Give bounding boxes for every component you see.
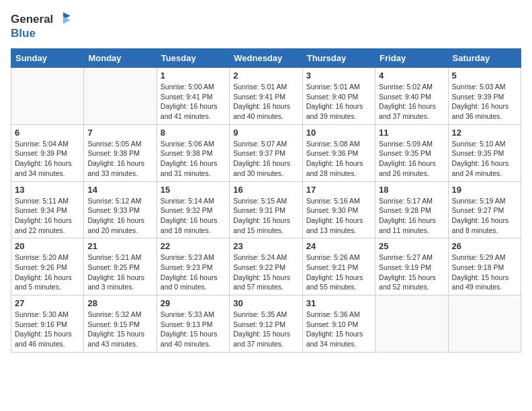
cell-sun-info: Sunrise: 5:09 AM Sunset: 9:35 PM Dayligh… <box>379 139 444 179</box>
calendar-table: SundayMondayTuesdayWednesdayThursdayFrid… <box>11 48 521 353</box>
calendar-cell <box>448 295 521 353</box>
day-number: 22 <box>161 241 226 251</box>
day-number: 21 <box>87 241 152 251</box>
day-number: 9 <box>233 128 298 138</box>
day-number: 23 <box>233 241 298 251</box>
calendar-week-row: 27Sunrise: 5:30 AM Sunset: 9:16 PM Dayli… <box>11 295 521 353</box>
cell-sun-info: Sunrise: 5:14 AM Sunset: 9:32 PM Dayligh… <box>161 196 226 236</box>
day-of-week-header: Sunday <box>11 49 84 68</box>
calendar-cell: 26Sunrise: 5:29 AM Sunset: 9:18 PM Dayli… <box>448 238 521 295</box>
calendar-cell: 28Sunrise: 5:32 AM Sunset: 9:15 PM Dayli… <box>84 295 157 353</box>
day-number: 2 <box>233 71 298 81</box>
calendar-cell: 21Sunrise: 5:21 AM Sunset: 9:25 PM Dayli… <box>84 238 157 295</box>
day-number: 8 <box>161 128 226 138</box>
calendar-cell: 14Sunrise: 5:12 AM Sunset: 9:33 PM Dayli… <box>84 181 157 238</box>
calendar-cell: 23Sunrise: 5:24 AM Sunset: 9:22 PM Dayli… <box>230 238 302 295</box>
calendar-cell: 16Sunrise: 5:15 AM Sunset: 9:31 PM Dayli… <box>230 181 302 238</box>
calendar-cell: 18Sunrise: 5:17 AM Sunset: 9:28 PM Dayli… <box>375 181 448 238</box>
calendar-cell: 17Sunrise: 5:16 AM Sunset: 9:30 PM Dayli… <box>302 181 375 238</box>
day-number: 3 <box>306 71 371 81</box>
day-number: 18 <box>379 185 444 195</box>
day-of-week-header: Monday <box>84 49 157 68</box>
calendar-cell <box>84 68 157 125</box>
calendar-cell: 8Sunrise: 5:06 AM Sunset: 9:38 PM Daylig… <box>157 124 229 181</box>
calendar-cell: 20Sunrise: 5:20 AM Sunset: 9:26 PM Dayli… <box>11 238 84 295</box>
cell-sun-info: Sunrise: 5:01 AM Sunset: 9:40 PM Dayligh… <box>306 82 371 122</box>
cell-sun-info: Sunrise: 5:21 AM Sunset: 9:25 PM Dayligh… <box>87 253 152 292</box>
cell-sun-info: Sunrise: 5:11 AM Sunset: 9:34 PM Dayligh… <box>15 196 80 236</box>
cell-sun-info: Sunrise: 5:15 AM Sunset: 9:31 PM Dayligh… <box>233 196 298 236</box>
calendar-cell: 13Sunrise: 5:11 AM Sunset: 9:34 PM Dayli… <box>11 181 84 238</box>
day-number: 13 <box>15 185 80 195</box>
cell-sun-info: Sunrise: 5:26 AM Sunset: 9:21 PM Dayligh… <box>306 253 371 292</box>
day-number: 29 <box>161 298 226 308</box>
cell-sun-info: Sunrise: 5:10 AM Sunset: 9:35 PM Dayligh… <box>452 139 517 179</box>
calendar-cell: 5Sunrise: 5:03 AM Sunset: 9:39 PM Daylig… <box>448 68 521 125</box>
day-number: 1 <box>161 71 226 81</box>
calendar-cell: 4Sunrise: 5:02 AM Sunset: 9:40 PM Daylig… <box>375 68 448 125</box>
calendar-week-row: 20Sunrise: 5:20 AM Sunset: 9:26 PM Dayli… <box>11 238 521 295</box>
cell-sun-info: Sunrise: 5:32 AM Sunset: 9:15 PM Dayligh… <box>87 310 152 349</box>
calendar-cell: 2Sunrise: 5:01 AM Sunset: 9:41 PM Daylig… <box>230 68 302 125</box>
day-number: 5 <box>452 71 517 81</box>
logo-text-general: General <box>11 13 53 26</box>
calendar-cell: 3Sunrise: 5:01 AM Sunset: 9:40 PM Daylig… <box>302 68 375 125</box>
day-number: 10 <box>306 128 371 138</box>
day-number: 16 <box>233 185 298 195</box>
calendar-week-row: 6Sunrise: 5:04 AM Sunset: 9:39 PM Daylig… <box>11 124 521 181</box>
day-number: 31 <box>306 298 371 308</box>
day-number: 26 <box>452 241 517 251</box>
day-number: 30 <box>233 298 298 308</box>
cell-sun-info: Sunrise: 5:08 AM Sunset: 9:36 PM Dayligh… <box>306 139 371 179</box>
day-of-week-header: Friday <box>375 49 448 68</box>
calendar-cell: 9Sunrise: 5:07 AM Sunset: 9:37 PM Daylig… <box>230 124 302 181</box>
svg-marker-1 <box>63 17 71 24</box>
calendar-cell: 25Sunrise: 5:27 AM Sunset: 9:19 PM Dayli… <box>375 238 448 295</box>
calendar-cell <box>375 295 448 353</box>
cell-sun-info: Sunrise: 5:36 AM Sunset: 9:10 PM Dayligh… <box>306 310 371 349</box>
day-number: 27 <box>15 298 80 308</box>
calendar-cell: 10Sunrise: 5:08 AM Sunset: 9:36 PM Dayli… <box>302 124 375 181</box>
cell-sun-info: Sunrise: 5:03 AM Sunset: 9:39 PM Dayligh… <box>452 82 517 122</box>
calendar-cell: 15Sunrise: 5:14 AM Sunset: 9:32 PM Dayli… <box>157 181 229 238</box>
day-number: 20 <box>15 241 80 251</box>
calendar-cell: 30Sunrise: 5:35 AM Sunset: 9:12 PM Dayli… <box>230 295 302 353</box>
logo-flag-icon <box>54 11 72 28</box>
calendar-cell: 19Sunrise: 5:19 AM Sunset: 9:27 PM Dayli… <box>448 181 521 238</box>
cell-sun-info: Sunrise: 5:30 AM Sunset: 9:16 PM Dayligh… <box>15 310 80 349</box>
cell-sun-info: Sunrise: 5:12 AM Sunset: 9:33 PM Dayligh… <box>87 196 152 236</box>
day-number: 6 <box>15 128 80 138</box>
cell-sun-info: Sunrise: 5:04 AM Sunset: 9:39 PM Dayligh… <box>15 139 80 179</box>
cell-sun-info: Sunrise: 5:35 AM Sunset: 9:12 PM Dayligh… <box>233 310 298 349</box>
day-number: 24 <box>306 241 371 251</box>
cell-sun-info: Sunrise: 5:01 AM Sunset: 9:41 PM Dayligh… <box>233 82 298 122</box>
logo: General Blue <box>11 11 72 40</box>
cell-sun-info: Sunrise: 5:17 AM Sunset: 9:28 PM Dayligh… <box>379 196 444 236</box>
cell-sun-info: Sunrise: 5:05 AM Sunset: 9:38 PM Dayligh… <box>87 139 152 179</box>
cell-sun-info: Sunrise: 5:24 AM Sunset: 9:22 PM Dayligh… <box>233 253 298 292</box>
day-number: 4 <box>379 71 444 81</box>
calendar-cell: 31Sunrise: 5:36 AM Sunset: 9:10 PM Dayli… <box>302 295 375 353</box>
day-number: 28 <box>87 298 152 308</box>
cell-sun-info: Sunrise: 5:07 AM Sunset: 9:37 PM Dayligh… <box>233 139 298 179</box>
calendar-cell: 27Sunrise: 5:30 AM Sunset: 9:16 PM Dayli… <box>11 295 84 353</box>
day-of-week-header: Tuesday <box>157 49 229 68</box>
cell-sun-info: Sunrise: 5:00 AM Sunset: 9:41 PM Dayligh… <box>161 82 226 122</box>
page-header: General Blue <box>11 11 521 40</box>
calendar-cell: 6Sunrise: 5:04 AM Sunset: 9:39 PM Daylig… <box>11 124 84 181</box>
day-number: 19 <box>452 185 517 195</box>
day-of-week-header: Saturday <box>448 49 521 68</box>
day-number: 17 <box>306 185 371 195</box>
cell-sun-info: Sunrise: 5:23 AM Sunset: 9:23 PM Dayligh… <box>161 253 226 292</box>
cell-sun-info: Sunrise: 5:33 AM Sunset: 9:13 PM Dayligh… <box>161 310 226 349</box>
day-number: 14 <box>87 185 152 195</box>
calendar-cell: 24Sunrise: 5:26 AM Sunset: 9:21 PM Dayli… <box>302 238 375 295</box>
calendar-cell: 11Sunrise: 5:09 AM Sunset: 9:35 PM Dayli… <box>375 124 448 181</box>
day-of-week-header: Wednesday <box>230 49 302 68</box>
day-number: 25 <box>379 241 444 251</box>
calendar-cell: 1Sunrise: 5:00 AM Sunset: 9:41 PM Daylig… <box>157 68 229 125</box>
cell-sun-info: Sunrise: 5:20 AM Sunset: 9:26 PM Dayligh… <box>15 253 80 292</box>
calendar-week-row: 13Sunrise: 5:11 AM Sunset: 9:34 PM Dayli… <box>11 181 521 238</box>
day-number: 12 <box>452 128 517 138</box>
cell-sun-info: Sunrise: 5:19 AM Sunset: 9:27 PM Dayligh… <box>452 196 517 236</box>
